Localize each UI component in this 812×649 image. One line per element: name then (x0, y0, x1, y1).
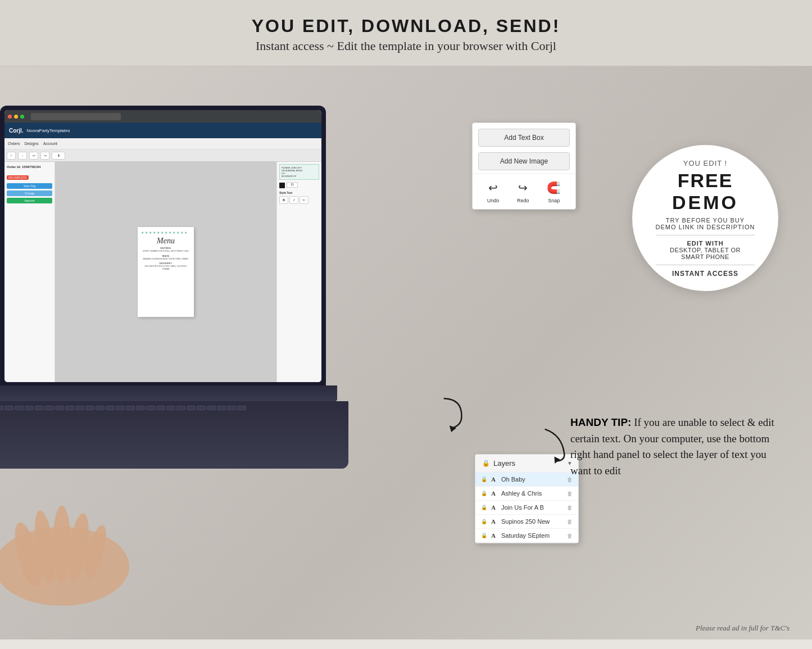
key-18 (156, 406, 165, 410)
banner-title: YOU EDIT, DOWNLOAD, SEND! (22, 16, 790, 37)
demo-devices: DESKTOP, TABLET OR (670, 247, 741, 253)
key-14 (116, 406, 125, 410)
key-15 (126, 406, 135, 410)
add-text-box-button[interactable]: Add Text Box (478, 129, 570, 147)
style-text-label: Style Text (279, 191, 319, 194)
key-23 (207, 406, 216, 410)
corjl-right-panel: PLEASE JOIN US FOR A BRIDAL BRUNCHIN HON… (276, 162, 321, 382)
toolbar-zoom-out[interactable]: − (18, 152, 27, 160)
demo-divider-2 (656, 265, 755, 265)
snap-item[interactable]: 🧲 Snap (547, 181, 561, 205)
star-9: ★ (173, 230, 175, 234)
bold-btn[interactable]: B (279, 196, 288, 204)
key-17 (146, 406, 155, 410)
star-12: ★ (184, 230, 187, 234)
layer-lock-icon-4: 🔒 (481, 519, 488, 524)
demo-link: DEMO LINK IN DESCRIPTION (656, 224, 755, 230)
key-8 (55, 406, 64, 410)
star-7: ★ (165, 230, 167, 234)
corjl-floating-panel: Add Text Box Add New Image ↩ Undo ↪ Redo… (472, 122, 576, 210)
nav-item-account[interactable]: Account (43, 142, 57, 146)
banner-subtitle: Instant access ~ Edit the template in yo… (22, 39, 790, 53)
corjl-main-canvas[interactable]: ★ ★ ★ ★ ★ ★ ★ ★ ★ ★ (55, 162, 276, 382)
browser-close-dot (8, 115, 12, 119)
redo-item[interactable]: ↪ Redo (517, 181, 529, 205)
corjl-brand: NooraPartyTemplates (27, 128, 70, 133)
color-swatch[interactable] (279, 183, 285, 188)
toolbar-download[interactable]: ⬇ (52, 152, 65, 160)
menu-card: ★ ★ ★ ★ ★ ★ ★ ★ ★ ★ (138, 227, 194, 317)
toolbar-undo[interactable]: ↩ (29, 152, 38, 160)
change-btn[interactable]: Change (7, 190, 52, 196)
menu-main-text: BRAISED GUINNESS BEEF SHORT RIBS, GRAVY (141, 258, 190, 261)
menu-title: Menu (141, 237, 190, 246)
svg-point-3 (53, 506, 71, 582)
free-demo-circle: YOU EDIT ! FREE DEMO TRY BEFORE YOU BUY … (632, 145, 778, 291)
layers-title-row: 🔒 Layers (482, 459, 515, 468)
undo-item[interactable]: ↩ Undo (487, 181, 500, 205)
demo-divider-1 (656, 235, 755, 235)
key-16 (136, 406, 145, 410)
layer-lock-icon-2: 🔒 (481, 491, 488, 496)
approve-btn[interactable]: Approve (7, 198, 52, 203)
key-6 (35, 406, 44, 410)
layer-name-join: Join Us For A B (501, 504, 564, 511)
layer-item-supinos[interactable]: 🔒 A Supinos 250 New 🗑 (475, 515, 578, 529)
key-25 (227, 406, 236, 410)
redo-icon: ↪ (517, 181, 529, 194)
panel-actions: View Orig Change Approve (7, 183, 52, 203)
italic-btn[interactable]: I (289, 196, 298, 204)
corjl-logo: Corjl. (9, 128, 24, 134)
toolbar-zoom-in[interactable]: + (7, 152, 16, 160)
demo-edit-with: EDIT WITH (687, 240, 723, 247)
font-size-input[interactable]: 11 (287, 182, 298, 188)
star-8: ★ (169, 230, 171, 234)
nav-item-orders[interactable]: Orders (8, 142, 20, 146)
star-2: ★ (145, 230, 148, 234)
key-19 (166, 406, 175, 410)
snap-icon: 🧲 (547, 181, 561, 194)
key-26 (237, 406, 246, 410)
layer-name-supinos: Supinos 250 New (501, 518, 564, 525)
handy-tip-label: HANDY TIP: (570, 416, 631, 428)
layer-item-saturday[interactable]: 🔒 A Saturday SEptem 🗑 (475, 529, 578, 543)
key-11 (85, 406, 94, 410)
browser-bar (4, 110, 321, 122)
order-status: INCOMPLETE (7, 175, 29, 180)
browser-min-dot (14, 115, 18, 119)
star-10: ★ (176, 230, 179, 234)
key-7 (45, 406, 54, 410)
layer-type-1: A (491, 476, 498, 483)
menu-section-main: MAIN (141, 255, 190, 257)
footer-note: Please read ad in full for T&C's (696, 624, 790, 633)
laptop-container: Corjl. NooraPartyTemplates Orders Design… (0, 94, 416, 611)
nav-item-designs[interactable]: Designs (24, 142, 38, 146)
font-size-row: 11 (287, 182, 298, 188)
layer-item-ashley[interactable]: 🔒 A Ashley & Chris 🗑 (475, 487, 578, 501)
underline-btn[interactable]: U (300, 196, 309, 204)
hand-area (0, 454, 146, 611)
layer-delete-4[interactable]: 🗑 (567, 519, 573, 525)
key-20 (176, 406, 185, 410)
corjl-toolbar: + − ↩ ↪ ⬇ (4, 149, 321, 162)
layer-lock-icon-5: 🔒 (481, 533, 488, 538)
layer-delete-3[interactable]: 🗑 (567, 505, 573, 511)
laptop-screen: Corjl. NooraPartyTemplates Orders Design… (4, 110, 321, 382)
please-join-preview: PLEASE JOIN US FOR A BRIDAL BRUNCHIN HON… (279, 164, 319, 180)
browser-url-bar[interactable] (31, 113, 121, 120)
original-btn[interactable]: View Orig (7, 183, 52, 189)
add-new-image-button[interactable]: Add New Image (478, 152, 570, 170)
toolbar-redo[interactable]: ↪ (40, 152, 49, 160)
demo-try-before: TRY BEFORE YOU BUY (666, 217, 745, 224)
undo-icon: ↩ (487, 181, 500, 194)
key-3 (4, 406, 13, 410)
key-22 (197, 406, 206, 410)
layer-delete-5[interactable]: 🗑 (567, 533, 573, 539)
layer-item-oh-baby[interactable]: 🔒 A Oh Baby 🗑 (475, 473, 578, 487)
layer-item-join[interactable]: 🔒 A Join Us For A B 🗑 (475, 501, 578, 515)
redo-label: Redo (517, 198, 529, 203)
layers-lock-icon: 🔒 (482, 460, 490, 467)
layer-delete-2[interactable]: 🗑 (567, 491, 573, 497)
corjl-left-panel: Order Id: 1509756194 INCOMPLETE View Ori… (4, 162, 55, 382)
corjl-nav: Orders Designs Account (4, 138, 321, 149)
